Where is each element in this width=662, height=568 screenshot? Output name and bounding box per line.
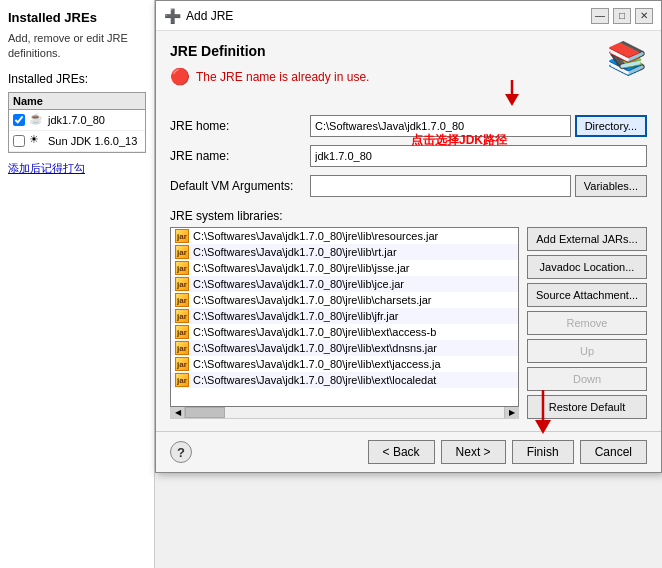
jre-home-row: JRE home: Directory... — [170, 115, 647, 137]
jre-checkbox-2[interactable] — [13, 135, 25, 147]
list-item: jar C:\Softwares\Java\jdk1.7.0_80\jre\li… — [171, 292, 518, 308]
dialog-wrapper: ➕ Add JRE — □ ✕ 📚 JRE Definition 🔴 The J… — [155, 0, 662, 568]
lib-section: JRE system libraries: jar C:\Softwares\J… — [170, 209, 647, 419]
installed-jres-label: Installed JREs: — [8, 72, 146, 86]
lib-buttons: Add External JARs... Javadoc Location...… — [527, 227, 647, 419]
add-jre-dialog: ➕ Add JRE — □ ✕ 📚 JRE Definition 🔴 The J… — [155, 0, 662, 473]
jar-icon: jar — [175, 229, 189, 243]
scroll-thumb[interactable] — [185, 407, 225, 418]
finish-button[interactable]: Finish — [512, 440, 574, 464]
default-vm-row: Default VM Arguments: Variables... — [170, 175, 647, 197]
jar-icon: jar — [175, 309, 189, 323]
left-panel-desc: Add, remove or edit JRE definitions. — [8, 31, 146, 62]
lib-area: jar C:\Softwares\Java\jdk1.7.0_80\jre\li… — [170, 227, 647, 419]
error-text: The JRE name is already in use. — [196, 70, 369, 84]
list-item: jar C:\Softwares\Java\jdk1.7.0_80\jre\li… — [171, 372, 518, 388]
scroll-track — [185, 407, 504, 418]
remove-button[interactable]: Remove — [527, 311, 647, 335]
jar-icon: jar — [175, 357, 189, 371]
horizontal-scrollbar[interactable]: ◀ ▶ — [170, 407, 519, 419]
lib-path-4: C:\Softwares\Java\jdk1.7.0_80\jre\lib\jc… — [193, 278, 404, 290]
lib-path-7: C:\Softwares\Java\jdk1.7.0_80\jre\lib\ex… — [193, 326, 436, 338]
section-title: JRE Definition — [170, 43, 647, 59]
list-item: jar C:\Softwares\Java\jdk1.7.0_80\jre\li… — [171, 260, 518, 276]
list-item: jar C:\Softwares\Java\jdk1.7.0_80\jre\li… — [171, 324, 518, 340]
jre-table: Name ☕ jdk1.7.0_80 ☀ Sun JDK 1.6.0_13 — [8, 92, 146, 153]
title-bar-controls: — □ ✕ — [591, 8, 653, 24]
lib-path-6: C:\Softwares\Java\jdk1.7.0_80\jre\lib\jf… — [193, 310, 398, 322]
list-item: jar C:\Softwares\Java\jdk1.7.0_80\jre\li… — [171, 228, 518, 244]
restore-default-button[interactable]: Restore Default — [527, 395, 647, 419]
jre-name-label: JRE name: — [170, 149, 310, 163]
list-item: jar C:\Softwares\Java\jdk1.7.0_80\jre\li… — [171, 244, 518, 260]
jre-item-2[interactable]: ☀ Sun JDK 1.6.0_13 — [9, 131, 145, 152]
default-vm-input[interactable] — [310, 175, 571, 197]
dialog-title: Add JRE — [186, 9, 591, 23]
jre-icon-2: ☀ — [29, 133, 45, 149]
error-icon: 🔴 — [170, 67, 190, 86]
finish-area: Finish — [512, 440, 574, 464]
jre-checkbox-1[interactable] — [13, 114, 25, 126]
directory-button[interactable]: Directory... — [575, 115, 647, 137]
lib-list[interactable]: jar C:\Softwares\Java\jdk1.7.0_80\jre\li… — [170, 227, 519, 407]
book-icon: 📚 — [607, 39, 647, 77]
source-attachment-button[interactable]: Source Attachment... — [527, 283, 647, 307]
close-button[interactable]: ✕ — [635, 8, 653, 24]
minimize-button[interactable]: — — [591, 8, 609, 24]
jre-item-1[interactable]: ☕ jdk1.7.0_80 — [9, 110, 145, 131]
dialog-icon: ➕ — [164, 8, 180, 24]
javadoc-location-button[interactable]: Javadoc Location... — [527, 255, 647, 279]
error-bar: 🔴 The JRE name is already in use. — [170, 67, 647, 86]
up-button[interactable]: Up — [527, 339, 647, 363]
default-vm-label: Default VM Arguments: — [170, 179, 310, 193]
lib-path-2: C:\Softwares\Java\jdk1.7.0_80\jre\lib\rt… — [193, 246, 397, 258]
lib-path-8: C:\Softwares\Java\jdk1.7.0_80\jre\lib\ex… — [193, 342, 437, 354]
lib-list-container: jar C:\Softwares\Java\jdk1.7.0_80\jre\li… — [170, 227, 519, 419]
jar-icon: jar — [175, 373, 189, 387]
add-hint: 添加后记得打勾 — [8, 161, 146, 176]
jre-icon-1: ☕ — [29, 112, 45, 128]
lib-path-3: C:\Softwares\Java\jdk1.7.0_80\jre\lib\js… — [193, 262, 409, 274]
back-button[interactable]: < Back — [368, 440, 435, 464]
lib-path-10: C:\Softwares\Java\jdk1.7.0_80\jre\lib\ex… — [193, 374, 436, 386]
jre-home-label: JRE home: — [170, 119, 310, 133]
lib-path-5: C:\Softwares\Java\jdk1.7.0_80\jre\lib\ch… — [193, 294, 431, 306]
list-item: jar C:\Softwares\Java\jdk1.7.0_80\jre\li… — [171, 340, 518, 356]
add-external-jars-button[interactable]: Add External JARs... — [527, 227, 647, 251]
lib-path-1: C:\Softwares\Java\jdk1.7.0_80\jre\lib\re… — [193, 230, 438, 242]
scroll-left-btn[interactable]: ◀ — [171, 407, 185, 418]
jre-home-input[interactable] — [310, 115, 571, 137]
lib-label: JRE system libraries: — [170, 209, 647, 223]
jar-icon: jar — [175, 277, 189, 291]
dialog-content: JRE Definition 🔴 The JRE name is already… — [156, 31, 661, 431]
next-button[interactable]: Next > — [441, 440, 506, 464]
list-item: jar C:\Softwares\Java\jdk1.7.0_80\jre\li… — [171, 276, 518, 292]
list-item: jar C:\Softwares\Java\jdk1.7.0_80\jre\li… — [171, 356, 518, 372]
jre-name-2: Sun JDK 1.6.0_13 — [48, 135, 137, 147]
down-button[interactable]: Down — [527, 367, 647, 391]
annotation-container: 点击选择JDK路径 — [170, 96, 647, 115]
cancel-button[interactable]: Cancel — [580, 440, 647, 464]
jar-icon: jar — [175, 325, 189, 339]
jre-name-1: jdk1.7.0_80 — [48, 114, 105, 126]
title-bar: ➕ Add JRE — □ ✕ — [156, 1, 661, 31]
jar-icon: jar — [175, 293, 189, 307]
jar-icon: jar — [175, 261, 189, 275]
jar-icon: jar — [175, 245, 189, 259]
jar-icon: jar — [175, 341, 189, 355]
scroll-right-btn[interactable]: ▶ — [504, 407, 518, 418]
list-item: jar C:\Softwares\Java\jdk1.7.0_80\jre\li… — [171, 308, 518, 324]
jre-name-row: JRE name: — [170, 145, 647, 167]
svg-marker-1 — [505, 94, 519, 106]
maximize-button[interactable]: □ — [613, 8, 631, 24]
help-button[interactable]: ? — [170, 441, 192, 463]
left-panel-title: Installed JREs — [8, 10, 146, 25]
dialog-footer: ? < Back Next > Finish Cancel — [156, 431, 661, 472]
jre-name-input[interactable] — [310, 145, 647, 167]
jre-table-header: Name — [9, 93, 145, 110]
variables-button[interactable]: Variables... — [575, 175, 647, 197]
installed-jres-panel: Installed JREs Add, remove or edit JRE d… — [0, 0, 155, 568]
lib-path-9: C:\Softwares\Java\jdk1.7.0_80\jre\lib\ex… — [193, 358, 441, 370]
